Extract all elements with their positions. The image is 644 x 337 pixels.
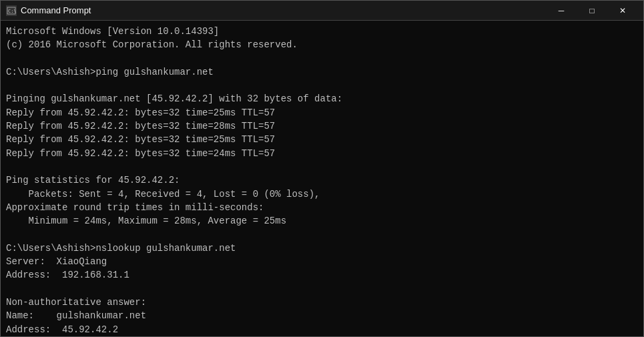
close-button[interactable]: ✕ xyxy=(607,1,638,21)
window-controls: ─ □ ✕ xyxy=(546,1,638,21)
command-prompt-window: C:\ Command Prompt ─ □ ✕ Microsoft Windo… xyxy=(0,0,644,337)
maximize-button[interactable]: □ xyxy=(577,1,607,21)
title-bar: C:\ Command Prompt ─ □ ✕ xyxy=(1,1,643,21)
svg-text:C:\: C:\ xyxy=(8,9,16,14)
minimize-button[interactable]: ─ xyxy=(546,1,577,21)
console-output[interactable]: Microsoft Windows [Version 10.0.14393] (… xyxy=(1,21,643,336)
app-icon: C:\ xyxy=(6,5,17,16)
window-title: Command Prompt xyxy=(21,5,546,15)
